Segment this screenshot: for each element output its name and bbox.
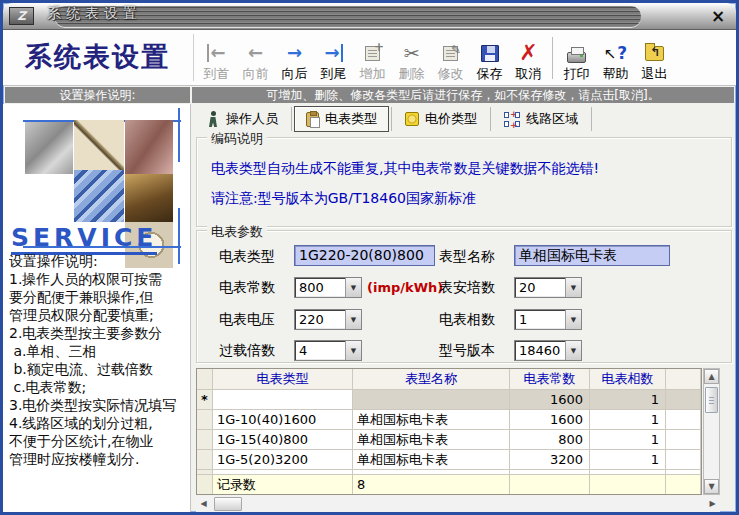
chevron-down-icon[interactable] — [345, 341, 361, 360]
cancel-icon — [519, 42, 537, 64]
encoding-legend: 编码说明 — [207, 130, 267, 148]
row-selector[interactable] — [197, 450, 213, 470]
encoding-note-1: 电表类型自动生成不能重复,其中电表常数是关键数据不能选错! — [211, 160, 599, 178]
column-header[interactable]: 电表类型 — [213, 369, 353, 390]
constant-select[interactable]: 800 — [294, 277, 362, 298]
table-cell[interactable]: 1 — [590, 430, 666, 450]
table-row-new[interactable]: * 1600 1 — [197, 390, 701, 410]
horizontal-scrollbar[interactable] — [196, 496, 720, 512]
tab-line-area[interactable]: 线路区域 — [493, 106, 589, 132]
last-icon — [324, 44, 342, 62]
scroll-left-icon[interactable] — [196, 496, 211, 512]
amperage-select[interactable]: 20 — [514, 277, 582, 298]
tab-bar: 操作人员 电表类型 电价类型 线路区域 — [196, 105, 594, 133]
chevron-down-icon[interactable] — [565, 341, 581, 360]
exit-button[interactable]: 退出 — [635, 33, 674, 85]
prev-icon — [248, 44, 263, 62]
table-cell — [666, 410, 701, 430]
table-cell[interactable]: 1 — [590, 390, 666, 410]
delete-icon — [404, 44, 420, 63]
scroll-right-icon[interactable] — [705, 496, 720, 512]
tab-separator — [591, 107, 592, 131]
new-row-marker: * — [197, 390, 213, 410]
tab-price-type[interactable]: 电价类型 — [394, 106, 488, 132]
chevron-down-icon[interactable] — [345, 310, 361, 329]
overload-label: 过载倍数 — [219, 342, 275, 360]
overload-select[interactable]: 4 — [294, 340, 362, 361]
table-cell[interactable] — [353, 390, 510, 410]
table-row[interactable]: 1G-15(40)800 单相国标电卡表 800 1 — [197, 430, 701, 450]
meter-table: 电表类型 表型名称 电表常数 电表相数 * 1600 1 1G-10(40)16… — [196, 368, 702, 495]
chevron-down-icon[interactable] — [345, 278, 361, 297]
version-label: 型号版本 — [439, 342, 495, 360]
horizontal-scroll-thumb[interactable] — [214, 497, 242, 511]
tab-meter-type[interactable]: 电表类型 — [294, 106, 389, 132]
table-cell[interactable]: 单相国标电卡表 — [353, 430, 510, 450]
toolbar-separator — [552, 37, 553, 79]
scroll-up-icon[interactable] — [704, 369, 719, 384]
print-button[interactable]: 打印 — [557, 33, 596, 85]
cancel-button[interactable]: 取消 — [509, 33, 548, 85]
prev-button[interactable]: 向前 — [236, 33, 275, 85]
table-cell — [666, 450, 701, 470]
row-selector-header — [197, 369, 213, 390]
table-cell[interactable]: 1G-5(20)3200 — [213, 450, 353, 470]
help-button[interactable]: 帮助 — [596, 33, 635, 85]
chevron-down-icon[interactable] — [565, 278, 581, 297]
column-header[interactable]: 电表相数 — [590, 369, 666, 390]
edit-button[interactable]: 修改 — [431, 33, 470, 85]
vertical-scroll-thumb[interactable] — [705, 387, 718, 413]
vertical-scrollbar[interactable] — [703, 368, 720, 495]
delete-button[interactable]: 删除 — [392, 33, 431, 85]
add-button[interactable]: 增加 — [353, 33, 392, 85]
amperage-label: 表安培数 — [439, 279, 495, 297]
row-selector — [197, 475, 213, 495]
record-count-value: 8 — [353, 475, 510, 495]
table-cell[interactable]: 1G-10(40)1600 — [213, 410, 353, 430]
exit-icon — [645, 46, 664, 61]
window-title: 系统表设置 — [47, 5, 142, 23]
table-cell[interactable]: 1600 — [510, 390, 590, 410]
last-button[interactable]: 到尾 — [314, 33, 353, 85]
table-row[interactable]: 1G-10(40)1600 单相国标电卡表 1600 1 — [197, 410, 701, 430]
table-cell — [666, 390, 701, 410]
tab-separator — [490, 107, 491, 131]
version-select[interactable]: 18460 — [514, 340, 582, 361]
save-icon — [481, 45, 499, 62]
encoding-note-2: 请注意:型号版本为GB/T18460国家新标准 — [211, 190, 476, 208]
first-button[interactable]: 到首 — [197, 33, 236, 85]
column-header[interactable]: 表型名称 — [353, 369, 510, 390]
column-header[interactable]: 电表常数 — [510, 369, 590, 390]
table-cell[interactable]: 1600 — [510, 410, 590, 430]
table-cell[interactable] — [213, 390, 353, 410]
row-selector[interactable] — [197, 430, 213, 450]
save-button[interactable]: 保存 — [470, 33, 509, 85]
next-button[interactable]: 向后 — [275, 33, 314, 85]
table-cell[interactable]: 3200 — [510, 450, 590, 470]
table-cell[interactable]: 单相国标电卡表 — [353, 450, 510, 470]
print-icon — [567, 52, 586, 63]
table-header-row: 电表类型 表型名称 电表常数 电表相数 — [197, 369, 701, 390]
params-legend: 电表参数 — [207, 223, 267, 241]
table-cell[interactable]: 单相国标电卡表 — [353, 410, 510, 430]
table-cell[interactable]: 1 — [590, 450, 666, 470]
scroll-down-icon[interactable] — [704, 479, 719, 494]
header-divider — [193, 34, 194, 81]
close-icon[interactable]: × — [709, 7, 727, 25]
coin-icon — [405, 112, 419, 126]
phases-select[interactable]: 1 — [514, 309, 582, 330]
table-cell[interactable]: 800 — [510, 430, 590, 450]
person-icon — [207, 111, 220, 127]
chevron-down-icon[interactable] — [565, 310, 581, 329]
deco-line — [178, 108, 180, 162]
sidebar-caption: 设置操作说明: — [5, 87, 190, 103]
row-selector[interactable] — [197, 410, 213, 430]
tab-operators[interactable]: 操作人员 — [196, 106, 289, 132]
table-cell[interactable]: 1 — [590, 410, 666, 430]
model-name-field[interactable]: 单相国标电卡表 — [514, 245, 670, 266]
table-row[interactable]: 1G-5(20)3200 单相国标电卡表 3200 1 — [197, 450, 701, 470]
constant-unit: (imp/kWh) — [367, 280, 443, 295]
voltage-select[interactable]: 220 — [294, 309, 362, 330]
table-cell[interactable]: 1G-15(40)800 — [213, 430, 353, 450]
meter-type-field[interactable]: 1G220-20(80)800 — [294, 245, 435, 266]
